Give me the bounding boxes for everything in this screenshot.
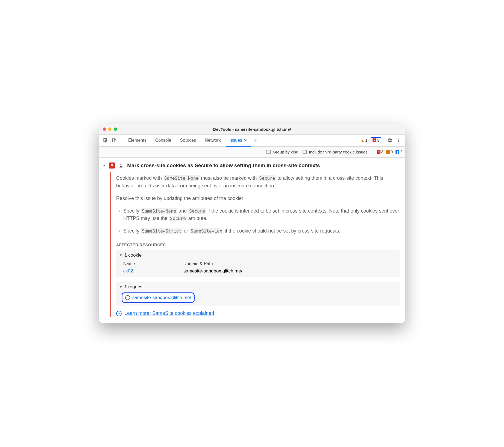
issues-subbar: Group by kind Include third-party cookie… bbox=[99, 147, 405, 158]
text: and bbox=[177, 208, 188, 214]
group-by-kind-label: Group by kind bbox=[273, 150, 298, 154]
requests-count-label: 1 request bbox=[124, 284, 144, 290]
tab-sources[interactable]: Sources bbox=[176, 135, 200, 146]
issue-kind-icon bbox=[109, 162, 115, 169]
titlebar: DevTools - samesite-sandbox.glitch.me/ bbox=[99, 124, 405, 135]
more-icon[interactable] bbox=[394, 136, 403, 145]
separator bbox=[384, 137, 384, 144]
counter-error-value: 3 bbox=[381, 150, 383, 154]
text: Specify bbox=[123, 228, 141, 234]
code: Secure bbox=[188, 208, 206, 214]
tab-close-icon[interactable]: ✕ bbox=[244, 138, 247, 143]
tab-issues-label: Issues bbox=[230, 138, 242, 143]
device-toggle-icon[interactable] bbox=[110, 136, 119, 145]
issue-count-pill: 1 bbox=[118, 163, 124, 168]
counter-warn-value: 0 bbox=[391, 150, 393, 154]
devtools-window: DevTools - samesite-sandbox.glitch.me/ E… bbox=[99, 124, 405, 323]
counter-info-value: 2 bbox=[400, 150, 402, 154]
window-maximize[interactable] bbox=[114, 127, 117, 131]
issues-content: ▼ 1 Mark cross-site cookies as Secure to… bbox=[99, 158, 405, 323]
table-row: ck02 samesite-sandbox.glitch.me/ bbox=[123, 267, 397, 275]
settings-icon[interactable] bbox=[385, 136, 394, 145]
learn-more-label: Learn more: SameSite cookies explained bbox=[124, 310, 214, 316]
col-domain: Domain & Path bbox=[183, 261, 213, 266]
code: Secure bbox=[258, 175, 276, 181]
svg-point-5 bbox=[398, 141, 399, 142]
text: Cookies marked with bbox=[116, 175, 163, 181]
traffic-lights bbox=[99, 127, 121, 131]
arrow-icon: → bbox=[116, 207, 121, 223]
cookies-count-label: 1 cookie bbox=[124, 252, 142, 258]
window-minimize[interactable] bbox=[108, 127, 112, 131]
separator bbox=[120, 137, 120, 144]
window-close[interactable] bbox=[103, 127, 106, 131]
svg-rect-1 bbox=[112, 139, 115, 142]
code: Secure bbox=[169, 216, 187, 221]
cookie-table: Name Domain & Path ck02 samesite-sandbox… bbox=[123, 260, 397, 275]
svg-point-4 bbox=[398, 140, 399, 141]
tab-issues[interactable]: Issues ✕ bbox=[226, 135, 251, 146]
text: or bbox=[183, 228, 190, 234]
text: attribute. bbox=[187, 216, 207, 221]
checkbox-icon bbox=[303, 150, 307, 154]
warn-icon: ! bbox=[386, 150, 390, 154]
info-icon: ❙ bbox=[395, 150, 399, 154]
tab-network[interactable]: Network bbox=[201, 135, 225, 146]
issue-body: Cookies marked with SameSite=None must a… bbox=[110, 172, 403, 317]
counter-error[interactable]: ✕ 3 bbox=[377, 150, 383, 154]
expand-icon[interactable]: ▼ bbox=[119, 285, 123, 289]
expand-icon[interactable]: ▼ bbox=[119, 253, 123, 257]
issue-counters: ✕ 3 ! 0 ❙ 2 bbox=[372, 149, 402, 155]
col-name: Name bbox=[123, 261, 183, 266]
requests-block: ▼ 1 request ⇅ samesite-sandbox.glitch.me… bbox=[116, 281, 400, 306]
main-toolbar: Elements Console Sources Network Issues … bbox=[99, 135, 405, 147]
text: must also be marked with bbox=[200, 175, 258, 181]
external-link-icon: → bbox=[116, 311, 122, 316]
warning-count: 1 bbox=[365, 138, 367, 143]
toolbar-badges: ▲ 1 ✕ 3 bbox=[359, 137, 383, 143]
inspect-icon[interactable] bbox=[101, 136, 110, 145]
tab-console[interactable]: Console bbox=[151, 135, 175, 146]
expand-icon[interactable]: ▼ bbox=[102, 164, 106, 167]
counter-info[interactable]: ❙ 2 bbox=[395, 150, 402, 154]
affected-resources-heading: AFFECTED RESOURCES bbox=[116, 243, 400, 247]
code: SameSite=Strict bbox=[141, 228, 183, 234]
error-icon: ✕ bbox=[373, 138, 376, 142]
request-link[interactable]: ⇅ samesite-sandbox.glitch.me/ bbox=[122, 292, 195, 303]
request-url: samesite-sandbox.glitch.me/ bbox=[132, 295, 191, 300]
code: SameSite=None bbox=[163, 175, 200, 181]
counter-warn[interactable]: ! 0 bbox=[386, 150, 393, 154]
cookies-header[interactable]: ▼ 1 cookie bbox=[119, 251, 397, 259]
window-title: DevTools - samesite-sandbox.glitch.me/ bbox=[213, 127, 291, 132]
svg-point-3 bbox=[398, 139, 399, 140]
cookie-name-link[interactable]: ck02 bbox=[123, 268, 133, 274]
arrow-icon: → bbox=[116, 227, 121, 235]
issue-title: Mark cross-site cookies as Secure to all… bbox=[127, 162, 320, 169]
checkbox-icon bbox=[266, 150, 271, 154]
text: Resolve this issue by updating the attri… bbox=[116, 195, 400, 202]
request-icon: ⇅ bbox=[125, 295, 130, 300]
requests-header[interactable]: ▼ 1 request bbox=[119, 283, 397, 291]
warning-icon: ▲ bbox=[361, 138, 365, 143]
cookies-block: ▼ 1 cookie Name Domain & Path ck02 sames… bbox=[116, 250, 400, 277]
learn-more-link[interactable]: → Learn more: SameSite cookies explained bbox=[116, 310, 400, 316]
error-count: 3 bbox=[377, 138, 379, 143]
code: SameSite=None bbox=[141, 208, 177, 214]
group-by-kind-checkbox[interactable]: Group by kind bbox=[266, 150, 298, 154]
error-icon: ✕ bbox=[377, 150, 380, 154]
thirdparty-checkbox[interactable]: Include third-party cookie issues bbox=[303, 150, 367, 154]
tab-overflow-icon[interactable]: » bbox=[252, 135, 259, 146]
tab-elements[interactable]: Elements bbox=[124, 135, 150, 146]
warning-badge[interactable]: ▲ 1 bbox=[359, 138, 369, 143]
panel-tabs: Elements Console Sources Network Issues … bbox=[124, 135, 259, 146]
text: Specify bbox=[123, 208, 141, 214]
cookie-domain: samesite-sandbox.glitch.me/ bbox=[183, 268, 242, 274]
issue-header[interactable]: ▼ 1 Mark cross-site cookies as Secure to… bbox=[101, 161, 403, 170]
code: SameSite=Lax bbox=[190, 228, 224, 234]
issue-description: Cookies marked with SameSite=None must a… bbox=[116, 175, 400, 235]
thirdparty-label: Include third-party cookie issues bbox=[309, 150, 367, 154]
text: if the cookie should not be set by cross… bbox=[223, 228, 340, 234]
error-badge[interactable]: ✕ 3 bbox=[371, 137, 381, 143]
